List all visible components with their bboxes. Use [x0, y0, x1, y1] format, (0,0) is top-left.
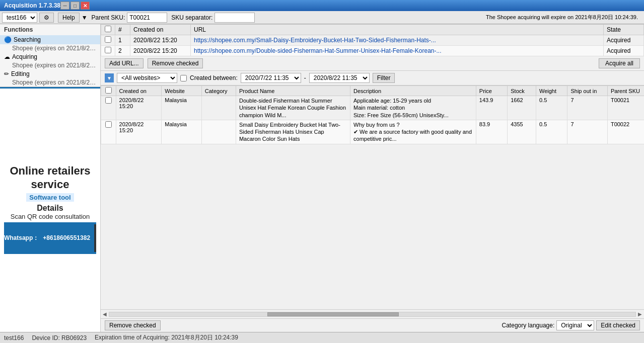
parent-sku-label: Parent SKU: — [92, 14, 125, 21]
url-row-state: Acquired — [604, 46, 644, 56]
settings-button[interactable]: ⚙ — [39, 13, 54, 23]
date-to-select[interactable]: 2020/8/22 11:35 — [309, 73, 370, 83]
url-table: # Created on URL State 1 2020/8/22 15:20… — [101, 24, 644, 56]
content-area: # Created on URL State 1 2020/8/22 15:20… — [101, 24, 644, 332]
sidebar-item-acquiring[interactable]: ☁ Acquiring — [0, 52, 100, 61]
ad-subtitle: Software tool — [26, 193, 74, 202]
url-col-state: State — [604, 25, 644, 35]
minimize-button[interactable]: ─ — [60, 2, 69, 10]
res-row-created: 2020/8/22 15:20 — [116, 120, 162, 144]
sidebar: Functions 🔵 Searching Shopee (expires on… — [0, 24, 101, 332]
url-col-num: # — [115, 25, 130, 35]
url-row-checkbox[interactable] — [101, 46, 115, 56]
ad-detail: Details — [37, 204, 63, 213]
status-device-id: Device ID: RB06923 — [32, 334, 87, 341]
results-section: Created on Website Category Product Name… — [101, 85, 644, 332]
res-col-price: Price — [476, 86, 507, 96]
scroll-track[interactable] — [109, 312, 636, 317]
res-col-category: Category — [201, 86, 236, 96]
res-col-shipout: Ship out in — [567, 86, 607, 96]
editing-icon: ✏ — [4, 70, 9, 77]
titlebar: Acquisition 1.7.3.38 ─ □ ✕ — [0, 0, 644, 11]
qr-code-image — [94, 224, 96, 252]
res-row-shipout: 7 — [567, 96, 607, 120]
filter-bar: ▼ <All websites> Created between: 2020/7… — [101, 71, 644, 85]
res-row-product: Small Daisy Embroidery Bucket Hat Two-Si… — [236, 120, 350, 144]
url-row-url[interactable]: https://shopee.com.my/Small-Daisy-Embroi… — [191, 35, 604, 46]
category-language-group: Category language: Original English Chin… — [502, 320, 640, 330]
ad-scan: Scan QR code consultation — [11, 213, 90, 220]
url-row-checkbox[interactable] — [101, 35, 115, 46]
acquire-all-button[interactable]: Acquire all — [599, 58, 640, 68]
res-row-weight: 0.5 — [536, 96, 567, 120]
sku-separator-input[interactable] — [214, 13, 255, 23]
res-row-product: Double-sided Fisherman Hat Summer Unisex… — [236, 96, 350, 120]
date-separator: - — [304, 74, 306, 81]
edit-checked-button[interactable]: Edit checked — [596, 320, 640, 330]
statusbar: test166 Device ID: RB06923 Expiration ti… — [0, 332, 644, 343]
url-col-url: URL — [191, 25, 604, 35]
res-row-stock: 1662 — [508, 96, 536, 120]
websites-select[interactable]: <All websites> — [117, 73, 177, 83]
menubar: test166 ⚙ Help ▼ Parent SKU: SKU separat… — [0, 11, 644, 24]
parent-sku-group: Parent SKU: — [92, 13, 168, 23]
ad-whatsapp: Whatsapp： +8618606551382 — [4, 222, 96, 254]
results-table-wrap[interactable]: Created on Website Category Product Name… — [101, 85, 644, 309]
results-select-all[interactable] — [105, 87, 112, 94]
url-row-num: 1 — [115, 35, 130, 46]
sku-separator-group: SKU separator: — [171, 13, 255, 23]
res-row-website: Malaysia — [162, 96, 201, 120]
res-row-checkbox[interactable] — [101, 96, 116, 120]
created-between-label: Created between: — [190, 74, 238, 81]
remove-checked-bottom-button[interactable]: Remove checked — [105, 320, 161, 330]
res-row-created: 2020/8/22 15:20 — [116, 96, 162, 120]
url-table-section: # Created on URL State 1 2020/8/22 15:20… — [101, 24, 644, 71]
res-row-desc: Applicable age: 15-29 years old Main mat… — [350, 96, 476, 120]
created-between-checkbox[interactable] — [180, 75, 187, 81]
maximize-button[interactable]: □ — [70, 2, 80, 10]
add-url-button[interactable]: Add URL... — [105, 58, 144, 68]
whatsapp-label: Whatsapp： — [4, 234, 39, 242]
sidebar-acquiring-sub[interactable]: Shopee (expires on 2021/8/20 ... — [0, 61, 100, 69]
res-row-category — [201, 96, 236, 120]
scroll-left-arrow[interactable]: ◀ — [103, 311, 107, 317]
res-col-checkbox — [101, 86, 116, 96]
scroll-thumb[interactable] — [267, 312, 399, 316]
scroll-right-arrow[interactable]: ▶ — [638, 311, 642, 317]
results-table-row: 2020/8/22 15:20 Malaysia Double-sided Fi… — [101, 96, 645, 120]
res-col-website: Website — [162, 86, 201, 96]
sidebar-editing-sub[interactable]: Shopee (expires on 2021/8/20 ... — [0, 78, 100, 87]
category-language-select[interactable]: Original English Chinese — [556, 320, 594, 330]
horizontal-scrollbar[interactable]: ◀ ▶ — [101, 309, 644, 318]
url-select-all[interactable] — [105, 26, 111, 32]
url-row-created: 2020/8/22 15:20 — [130, 46, 191, 56]
close-button[interactable]: ✕ — [81, 2, 90, 10]
url-row-created: 2020/8/22 15:20 — [130, 35, 191, 46]
url-table-row: 2 2020/8/22 15:20 https://shopee.com.my/… — [101, 46, 644, 56]
date-from-select[interactable]: 2020/7/22 11:35 — [241, 73, 301, 83]
remove-checked-top-button[interactable]: Remove checked — [148, 58, 203, 68]
res-row-price: 143.9 — [476, 96, 507, 120]
res-col-desc: Description — [350, 86, 476, 96]
sidebar-item-editing-label: Editing — [11, 70, 30, 77]
sidebar-searching-sub[interactable]: Shopee (expires on 2021/8/20 ... — [0, 44, 100, 52]
res-row-checkbox[interactable] — [101, 120, 116, 144]
results-table-row: 2020/8/22 15:20 Malaysia Small Daisy Emb… — [101, 120, 645, 144]
sidebar-item-searching[interactable]: 🔵 Searching — [0, 35, 100, 44]
res-row-weight: 0.5 — [536, 120, 567, 144]
res-row-shipout: 7 — [567, 120, 607, 144]
user-select[interactable]: test166 — [2, 13, 37, 23]
url-link[interactable]: https://shopee.com.my/Small-Daisy-Embroi… — [194, 37, 436, 44]
user-group: test166 ⚙ — [2, 13, 54, 23]
parent-sku-input[interactable] — [127, 13, 167, 23]
url-row-url[interactable]: https://shopee.com.my/Double-sided-Fishe… — [191, 46, 604, 56]
sidebar-item-editing[interactable]: ✏ Editing — [0, 69, 100, 78]
url-link[interactable]: https://shopee.com.my/Double-sided-Fishe… — [194, 47, 442, 54]
res-row-price: 83.9 — [476, 120, 507, 144]
help-group: Help ▼ — [58, 13, 88, 23]
filter-button[interactable]: Filter — [373, 73, 395, 83]
res-row-desc: Why buy from us ? ✔ We are a source fact… — [350, 120, 476, 144]
filter-icon: ▼ — [105, 73, 114, 82]
sku-separator-label: SKU separator: — [171, 14, 212, 21]
help-button[interactable]: Help — [58, 13, 80, 23]
